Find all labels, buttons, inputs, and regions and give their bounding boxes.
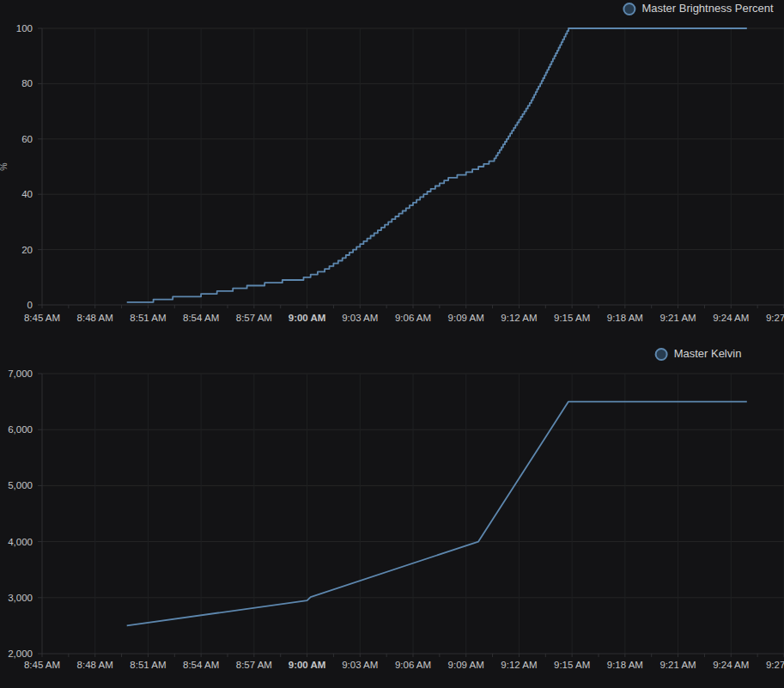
y-axis-unit-label: %: [0, 162, 9, 170]
x-tick-label: 9:00 AM: [289, 313, 326, 323]
x-tick-label: 9:18 AM: [607, 660, 643, 670]
x-tick-label: 9:24 AM: [713, 660, 749, 670]
x-tick-label: 8:54 AM: [183, 313, 219, 323]
x-tick-label: 9:15 AM: [554, 660, 590, 670]
x-tick-label: 9:27 AM: [766, 313, 784, 323]
x-tick-label: 9:12 AM: [501, 313, 537, 323]
x-tick-label: 9:00 AM: [289, 660, 326, 670]
x-tick-label: 8:51 AM: [130, 313, 166, 323]
kelvin-chart-panel: Master Kelvin 2,0003,0004,0005,0006,0007…: [0, 335, 784, 688]
y-tick-label: 7,000: [8, 368, 33, 379]
x-tick-label: 8:45 AM: [24, 313, 60, 323]
y-tick-label: 5,000: [8, 480, 33, 490]
x-tick-label: 9:06 AM: [395, 660, 431, 670]
y-tick-label: 4,000: [8, 537, 33, 547]
x-tick-label: 8:48 AM: [77, 660, 113, 670]
series-line: [127, 402, 747, 626]
x-tick-label: 9:21 AM: [659, 660, 696, 670]
x-tick-label: 9:15 AM: [554, 313, 590, 323]
x-tick-label: 9:12 AM: [501, 660, 537, 670]
x-tick-label: 9:09 AM: [448, 660, 484, 670]
series-line: [127, 28, 747, 302]
y-tick-label: 3,000: [8, 593, 33, 603]
x-tick-label: 9:18 AM: [607, 313, 643, 323]
x-tick-label: 9:09 AM: [448, 313, 484, 323]
x-tick-label: 9:27 AM: [766, 660, 784, 670]
x-tick-label: 8:57 AM: [236, 313, 272, 323]
x-tick-label: 8:54 AM: [183, 660, 219, 670]
brightness-plot-area[interactable]: 0204060801008:45 AM8:48 AM8:51 AM8:54 AM…: [0, 0, 784, 335]
kelvin-plot-area[interactable]: 2,0003,0004,0005,0006,0007,0008:45 AM8:4…: [0, 335, 784, 688]
x-tick-label: 9:21 AM: [659, 313, 696, 323]
y-tick-label: 60: [21, 134, 33, 144]
x-tick-label: 8:45 AM: [24, 660, 60, 670]
y-tick-label: 0: [27, 300, 33, 310]
x-tick-label: 9:03 AM: [342, 313, 378, 323]
y-tick-label: 80: [21, 78, 33, 88]
brightness-chart-panel: Master Brightness Percent 0204060801008:…: [0, 0, 784, 335]
y-tick-label: 20: [21, 245, 33, 255]
x-tick-label: 9:03 AM: [342, 660, 378, 670]
y-tick-label: 6,000: [8, 424, 33, 435]
x-tick-label: 9:24 AM: [713, 313, 749, 323]
x-tick-label: 8:48 AM: [77, 313, 113, 323]
y-tick-label: 2,000: [8, 648, 33, 659]
x-tick-label: 8:51 AM: [130, 660, 166, 670]
dashboard: Master Brightness Percent 0204060801008:…: [0, 0, 784, 688]
y-tick-label: 100: [16, 23, 33, 33]
x-tick-label: 8:57 AM: [236, 660, 272, 670]
y-tick-label: 40: [21, 189, 33, 199]
x-tick-label: 9:06 AM: [395, 313, 431, 323]
